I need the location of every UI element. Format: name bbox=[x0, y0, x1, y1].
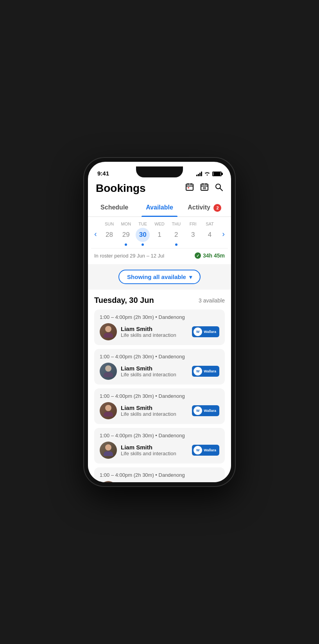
svg-point-11 bbox=[216, 184, 220, 189]
svg-rect-5 bbox=[201, 184, 208, 190]
company-badge: W Wallara bbox=[192, 366, 219, 377]
calendar-day-icon[interactable] bbox=[185, 182, 194, 194]
booking-time: 1:00 – 4:00pm (2h 30m) • Dandenong bbox=[100, 433, 219, 438]
worker-role: Life skills and interaction bbox=[121, 451, 188, 456]
company-badge: W Wallara bbox=[192, 326, 219, 337]
worker-role: Life skills and interaction bbox=[121, 411, 188, 417]
worker-name: Liam Smith bbox=[121, 326, 188, 332]
day-dot-tue bbox=[142, 243, 144, 246]
tab-schedule[interactable]: Schedule bbox=[92, 199, 137, 216]
day-tue[interactable]: TUE 30 bbox=[135, 222, 150, 246]
company-badge: W Wallara bbox=[192, 405, 219, 416]
company-badge: W Wallara bbox=[192, 445, 219, 456]
wallara-icon: W bbox=[194, 367, 202, 376]
booking-time: 1:00 – 4:00pm (2h 30m) • Dandenong bbox=[100, 393, 219, 399]
booking-worker: Liam Smith Life skills and interaction W… bbox=[100, 323, 219, 340]
week-days-row: ‹ SUN 28 MON 29 TUE bbox=[91, 222, 228, 246]
tab-bar: Schedule Available Activity 2 bbox=[88, 199, 231, 217]
date-title: Tuesday, 30 Jun bbox=[94, 296, 154, 305]
search-icon[interactable] bbox=[215, 183, 223, 194]
wifi-icon bbox=[204, 171, 210, 177]
check-circle-icon: ✓ bbox=[195, 252, 201, 259]
company-name: Wallara bbox=[204, 409, 216, 413]
filter-button[interactable]: Showing all available ▾ bbox=[118, 270, 201, 284]
worker-info: Liam Smith Life skills and interaction bbox=[121, 444, 188, 456]
filter-section: Showing all available ▾ bbox=[88, 264, 231, 290]
day-thu[interactable]: THU 2 bbox=[169, 222, 184, 246]
filter-label: Showing all available bbox=[127, 274, 186, 280]
worker-role: Life skills and interaction bbox=[121, 372, 188, 377]
booking-card[interactable]: 1:00 – 4:00pm (2h 30m) • Dandenong bbox=[94, 388, 225, 424]
worker-info: Liam Smith Life skills and interaction bbox=[121, 365, 188, 377]
booking-card[interactable]: 1:00 – 4:00pm (2h 30m) • Dandenong bbox=[94, 349, 225, 385]
avatar bbox=[100, 442, 117, 459]
signal-icon bbox=[196, 172, 202, 176]
booking-worker: Liam Smith Life skills and interaction W… bbox=[100, 442, 219, 459]
day-sun[interactable]: SUN 28 bbox=[102, 222, 117, 246]
filter-chevron-icon: ▾ bbox=[189, 274, 192, 280]
calendar-month-icon[interactable] bbox=[200, 182, 209, 194]
avatar bbox=[100, 363, 117, 380]
booking-card[interactable]: 1:00 – 4:00pm (2h 30m) • Dandenong bbox=[94, 309, 225, 345]
status-time: 9:41 bbox=[97, 170, 109, 177]
tab-activity[interactable]: Activity 2 bbox=[182, 199, 227, 216]
worker-info: Liam Smith Life skills and interaction bbox=[121, 404, 188, 417]
company-name: Wallara bbox=[204, 448, 216, 453]
svg-rect-0 bbox=[186, 184, 193, 190]
wallara-icon: W bbox=[194, 406, 202, 415]
date-header: Tuesday, 30 Jun 3 available bbox=[94, 290, 225, 309]
activity-badge: 2 bbox=[213, 204, 221, 212]
worker-name: Liam Smith bbox=[121, 365, 188, 372]
booking-time: 1:00 – 4:00pm (2h 30m) • Dandenong bbox=[100, 314, 219, 320]
company-name: Wallara bbox=[204, 330, 216, 334]
day-mon[interactable]: MON 29 bbox=[118, 222, 133, 246]
next-week-button[interactable]: › bbox=[219, 228, 228, 240]
wallara-icon: W bbox=[194, 327, 202, 336]
svg-line-12 bbox=[220, 188, 222, 191]
available-count: 3 available bbox=[199, 297, 225, 304]
avatar bbox=[100, 481, 117, 482]
day-fri[interactable]: FRI 3 bbox=[186, 222, 201, 246]
booking-time: 1:00 – 4:00pm (2h 30m) • Dandenong bbox=[100, 354, 219, 360]
header-icons bbox=[185, 182, 223, 194]
status-icons bbox=[196, 171, 222, 177]
booking-worker: Liam Smith Life skills and interaction W… bbox=[100, 363, 219, 380]
company-name: Wallara bbox=[204, 369, 216, 374]
worker-info: Liam Smith Life skills and interaction bbox=[121, 326, 188, 338]
hours-value: 34h 45m bbox=[203, 252, 225, 259]
prev-week-button[interactable]: ‹ bbox=[91, 228, 100, 240]
day-dot-thu bbox=[175, 243, 177, 246]
app-content: Bookings bbox=[88, 179, 231, 482]
week-calendar: ‹ SUN 28 MON 29 TUE bbox=[88, 217, 231, 264]
app-header: Bookings bbox=[88, 179, 231, 199]
svg-rect-4 bbox=[188, 187, 189, 188]
worker-name: Liam Smith bbox=[121, 404, 188, 411]
tab-available[interactable]: Available bbox=[137, 199, 182, 216]
day-sat[interactable]: SAT 4 bbox=[202, 222, 217, 246]
bookings-list: Tuesday, 30 Jun 3 available 1:00 – 4:00p… bbox=[88, 290, 231, 482]
battery-icon bbox=[212, 172, 222, 176]
day-dot-mon bbox=[125, 243, 127, 246]
page-title: Bookings bbox=[96, 182, 146, 195]
day-wed[interactable]: WED 1 bbox=[152, 222, 167, 246]
avatar bbox=[100, 323, 117, 340]
booking-worker: Liam Smith Life skills and interaction W… bbox=[100, 402, 219, 419]
roster-text: In roster period 29 Jun – 12 Jul bbox=[94, 253, 164, 259]
booking-card[interactable]: 1:00 – 4:00pm (2h 30m) • Dandenong bbox=[94, 467, 225, 482]
booking-card[interactable]: 1:00 – 4:00pm (2h 30m) • Dandenong bbox=[94, 428, 225, 463]
worker-name: Liam Smith bbox=[121, 444, 188, 451]
booking-worker: Liam Smith Life skills and interaction W… bbox=[100, 481, 219, 482]
roster-row: In roster period 29 Jun – 12 Jul ✓ 34h 4… bbox=[91, 248, 228, 261]
roster-hours: ✓ 34h 45m bbox=[195, 252, 225, 259]
avatar bbox=[100, 402, 117, 419]
wallara-icon: W bbox=[194, 446, 202, 454]
booking-time: 1:00 – 4:00pm (2h 30m) • Dandenong bbox=[100, 472, 219, 478]
worker-role: Life skills and interaction bbox=[121, 332, 188, 338]
